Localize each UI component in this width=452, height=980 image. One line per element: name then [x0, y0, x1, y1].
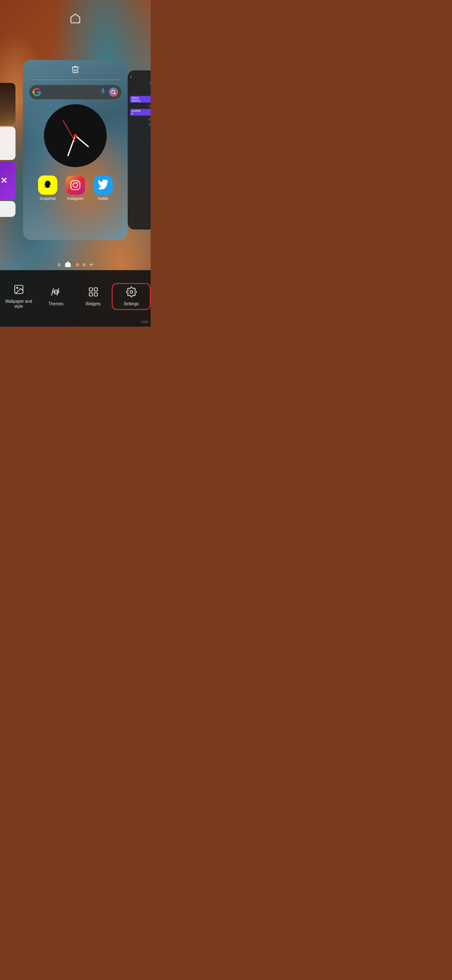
svg-rect-13	[89, 293, 92, 296]
card-divider	[31, 80, 120, 80]
settings-icon	[126, 286, 137, 299]
app-item-instagram[interactable]: Instagram	[66, 175, 85, 201]
add-page-icon[interactable]: +	[89, 261, 93, 268]
xda-watermark: IXDA	[141, 320, 148, 323]
snapchat-ghost-icon	[42, 180, 53, 191]
card-main-inner: Snapchat Instagram	[23, 60, 128, 240]
trash-icon[interactable]	[71, 65, 80, 76]
svg-line-3	[115, 93, 116, 94]
bottom-toolbar: Wallpaper andstyle Themes Widgets	[0, 270, 151, 327]
lens-icon[interactable]	[109, 88, 118, 97]
svg-rect-14	[94, 293, 98, 296]
google-search-bar[interactable]	[29, 85, 121, 99]
clock-second-hand	[62, 120, 75, 142]
twitter-label: Twitter	[98, 196, 109, 201]
svg-point-5	[73, 183, 78, 187]
svg-rect-11	[89, 288, 92, 291]
x-icon: ✕	[0, 175, 8, 186]
left-partial-card[interactable]: ✕	[0, 83, 15, 217]
clock-center-dot	[74, 134, 77, 137]
toolbar-item-themes[interactable]: Themes	[37, 283, 74, 310]
calendar-event-karthik: Karthik0	[130, 109, 151, 116]
nav-home-icon[interactable]	[64, 260, 72, 269]
themes-label: Themes	[48, 302, 63, 307]
svg-point-2	[111, 90, 115, 93]
calendar-event-adam: Adam(MWC)	[130, 96, 151, 103]
recents-container: ✕	[0, 29, 151, 270]
clock-minute-hand	[67, 135, 76, 156]
svg-rect-4	[71, 181, 80, 190]
page-dot-1[interactable]	[76, 263, 79, 266]
themes-icon	[51, 286, 62, 299]
nav-dots-bar: ≡ +	[57, 260, 93, 269]
svg-point-8	[16, 287, 18, 288]
calendar-day-27: 27	[130, 123, 151, 126]
photo-block	[0, 83, 15, 125]
svg-point-6	[77, 182, 79, 183]
settings-label: Settings	[123, 302, 139, 307]
app-item-twitter[interactable]: Twitter	[93, 175, 113, 201]
widgets-label: Widgets	[85, 302, 100, 307]
calendar-day-20: 20	[130, 117, 151, 121]
widgets-icon	[88, 286, 99, 299]
app-icons-row: Snapchat Instagram	[38, 175, 113, 201]
main-recent-card[interactable]: Snapchat Instagram	[23, 60, 128, 240]
home-icon-top[interactable]	[69, 13, 81, 27]
calendar-day-13: 13	[130, 104, 151, 108]
toolbar-item-widgets[interactable]: Widgets	[74, 283, 112, 310]
calendar-back-button[interactable]: ‹	[130, 74, 151, 80]
calendar-day-M: M2	[130, 81, 151, 89]
clock-hour-hand	[75, 135, 89, 147]
purple-block: ✕	[0, 162, 15, 199]
mic-icon[interactable]	[100, 88, 106, 96]
hamburger-icon[interactable]: ≡	[57, 261, 61, 268]
svg-rect-0	[102, 88, 104, 92]
wallpaper-icon	[13, 284, 24, 297]
white-block	[0, 126, 15, 160]
calendar-day-6: 6	[130, 91, 151, 95]
snapchat-label: Snapchat	[40, 196, 56, 201]
clock-widget	[44, 104, 107, 167]
app-item-snapchat[interactable]: Snapchat	[38, 175, 57, 201]
instagram-label: Instagram	[67, 196, 84, 201]
instagram-camera-icon	[70, 180, 81, 191]
svg-rect-12	[94, 288, 98, 291]
wallpaper-label: Wallpaper andstyle	[5, 299, 32, 309]
twitter-bird-icon	[98, 180, 108, 191]
page-dot-2[interactable]	[82, 263, 86, 266]
toolbar-item-wallpaper[interactable]: Wallpaper andstyle	[0, 281, 37, 312]
snapchat-icon	[38, 175, 57, 195]
svg-point-15	[130, 290, 133, 293]
instagram-icon	[66, 175, 85, 195]
twitter-icon	[93, 175, 113, 195]
right-partial-card-calendar[interactable]: ‹ M2 6 Adam(MWC) 13 Karthik0 20 27	[128, 70, 151, 230]
white-block2	[0, 201, 15, 217]
google-logo	[33, 88, 41, 96]
toolbar-item-settings[interactable]: Settings	[112, 283, 151, 310]
